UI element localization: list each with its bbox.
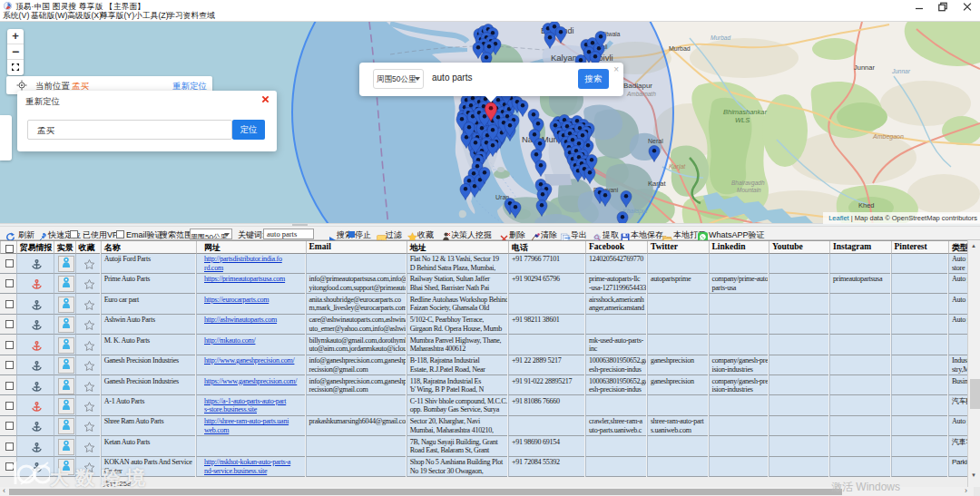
svg-text:Mountain: Mountain bbox=[737, 187, 761, 193]
svg-text:Badlapur: Badlapur bbox=[623, 82, 652, 90]
svg-text:Bhairavgadh: Bhairavgadh bbox=[731, 180, 765, 187]
svg-text:Junnar: Junnar bbox=[891, 68, 911, 74]
svg-text:Ambarnath: Ambarnath bbox=[626, 91, 656, 97]
svg-text:Neral: Neral bbox=[648, 138, 663, 144]
svg-text:Murbad: Murbad bbox=[710, 34, 730, 41]
svg-text:WLS: WLS bbox=[735, 116, 750, 124]
svg-text:Karjat: Karjat bbox=[648, 180, 667, 188]
svg-text:Ambegaon: Ambegaon bbox=[872, 133, 904, 141]
svg-text:Karjat: Karjat bbox=[669, 163, 686, 170]
svg-text:Khed: Khed bbox=[858, 201, 875, 209]
svg-text:Junnar: Junnar bbox=[854, 63, 875, 72]
svg-text:Murbad: Murbad bbox=[669, 45, 691, 52]
svg-text:Bhimashankar: Bhimashankar bbox=[723, 108, 767, 116]
